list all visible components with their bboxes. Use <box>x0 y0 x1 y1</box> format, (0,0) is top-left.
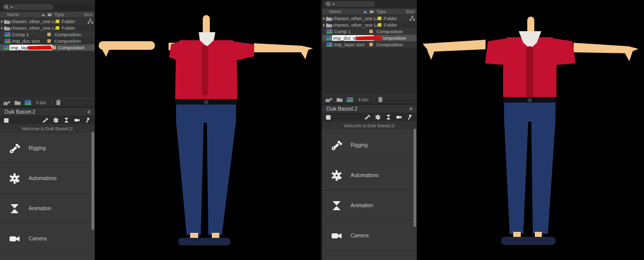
project-row[interactable]: charact..other_one Layers Folder <box>0 18 95 25</box>
automations-icon <box>9 172 21 185</box>
automations-button[interactable]: Automations <box>0 163 95 194</box>
column-name[interactable]: Name <box>0 12 41 17</box>
divider <box>52 101 52 105</box>
animation-button[interactable]: Animation <box>0 194 95 224</box>
column-size[interactable]: Size <box>405 9 417 14</box>
project-row-selected[interactable]: imp_layer size Composition <box>0 44 95 51</box>
project-row[interactable]: charact..other_one Layers Folder <box>0 25 95 31</box>
duik-checkbox[interactable] <box>4 118 9 123</box>
annotation-scribble <box>27 45 51 50</box>
character-shoes <box>178 238 230 245</box>
animation-icon[interactable] <box>385 114 391 120</box>
divider <box>374 98 374 102</box>
sort-ascending-icon[interactable] <box>363 11 367 13</box>
animation-icon[interactable] <box>63 117 69 123</box>
folder-icon <box>326 23 333 28</box>
label-chip[interactable] <box>378 23 381 27</box>
camera-icon[interactable] <box>396 114 402 120</box>
folder-icon <box>4 26 11 31</box>
bit-depth-button[interactable]: 8 bpc <box>35 100 48 106</box>
tools-button[interactable] <box>322 251 417 260</box>
project-row-selected[interactable]: imp_doc size Composition <box>322 35 417 41</box>
composition-icon <box>5 39 12 43</box>
item-type: Folder <box>61 19 85 24</box>
duik-title-bar: Duik Bassel.2 ≡ <box>322 105 417 113</box>
column-type[interactable]: Type <box>376 9 405 14</box>
rigging-button[interactable]: Rigging <box>322 130 417 160</box>
column-type[interactable]: Type <box>54 12 83 17</box>
new-composition-icon[interactable] <box>347 97 353 102</box>
annotation-scribble <box>355 36 381 40</box>
expander-icon[interactable] <box>0 20 4 23</box>
tools-icon[interactable] <box>85 117 91 123</box>
camera-icon[interactable] <box>74 117 80 123</box>
character-shirt <box>169 40 254 99</box>
project-row[interactable]: Comp 1 Composition <box>0 31 95 38</box>
project-row[interactable]: imp_doc size Composition <box>0 38 95 44</box>
expander-icon[interactable] <box>322 17 326 20</box>
project-row[interactable]: charact..other_one Layers Folder <box>322 22 417 28</box>
item-name: charact..other_one Layers <box>333 16 378 21</box>
column-name[interactable]: Name <box>322 9 363 14</box>
duik-toolbar <box>322 113 417 121</box>
project-row[interactable]: charact..other_one Layers Folder <box>322 15 417 22</box>
welcome-text: Welcome to Duik Bassel.2! <box>0 124 95 133</box>
label-column-icon[interactable] <box>369 10 376 14</box>
camera-button[interactable]: Camera <box>322 221 417 251</box>
delete-icon[interactable] <box>56 100 61 106</box>
label-chip[interactable] <box>47 39 51 43</box>
composition-icon <box>327 42 334 47</box>
used-indicator-icon <box>407 16 417 21</box>
camera-icon <box>9 233 21 245</box>
automations-button[interactable]: Automations <box>322 160 417 191</box>
label-chip[interactable] <box>47 33 51 36</box>
rigging-icon[interactable] <box>42 117 48 123</box>
bit-depth-button[interactable]: 8 bpc <box>357 97 370 103</box>
tools-icon[interactable] <box>407 114 413 120</box>
duik-panel: Duik Bassel.2 ≡ Welcome to Duik <box>322 104 417 260</box>
menu-icon[interactable]: ≡ <box>88 109 91 114</box>
new-folder-icon[interactable] <box>14 100 21 105</box>
project-row[interactable]: Comp 1 Composition <box>322 28 417 35</box>
rigging-button[interactable]: Rigging <box>0 133 95 163</box>
duik-checkbox[interactable] <box>326 115 331 120</box>
item-type: Composition <box>54 32 83 37</box>
new-composition-icon[interactable] <box>25 100 31 105</box>
expander-icon[interactable] <box>322 24 326 27</box>
interpret-footage-icon[interactable] <box>325 97 333 103</box>
new-folder-icon[interactable] <box>336 97 343 102</box>
scrollbar-thumb[interactable] <box>92 132 94 230</box>
animation-icon <box>9 203 21 215</box>
project-row[interactable]: imp_layer size Composition <box>322 41 417 48</box>
project-empty-area <box>0 51 95 98</box>
character-figure <box>417 0 644 260</box>
camera-button[interactable]: Camera <box>0 224 95 254</box>
label-chip[interactable] <box>369 30 373 33</box>
composition-viewport[interactable] <box>417 0 644 260</box>
label-chip[interactable] <box>369 43 373 46</box>
scrollbar-thumb[interactable] <box>414 129 416 227</box>
label-column-icon[interactable] <box>47 13 54 17</box>
used-indicator-icon <box>85 19 95 24</box>
item-name: charact..other_one Layers <box>11 19 56 24</box>
animation-button[interactable]: Animation <box>322 191 417 221</box>
interpret-footage-icon[interactable] <box>3 100 11 106</box>
menu-icon[interactable]: ≡ <box>410 106 413 111</box>
label-chip[interactable] <box>378 17 381 20</box>
label-chip[interactable] <box>56 20 59 23</box>
column-size[interactable]: Size <box>83 12 95 17</box>
rigging-icon[interactable] <box>364 114 370 120</box>
expander-icon[interactable] <box>0 27 4 30</box>
search-input[interactable] <box>324 1 375 7</box>
label-chip[interactable] <box>56 26 59 30</box>
project-columns-header[interactable]: Name Type Size <box>322 9 417 15</box>
automations-icon[interactable] <box>53 117 59 123</box>
project-columns-header[interactable]: Name Type Size <box>0 12 95 18</box>
sort-ascending-icon[interactable] <box>41 14 45 16</box>
automations-icon[interactable] <box>375 114 381 120</box>
delete-icon[interactable] <box>378 97 383 103</box>
composition-viewport[interactable] <box>95 0 320 260</box>
tools-button[interactable] <box>0 254 95 260</box>
label-chip[interactable] <box>52 46 56 49</box>
search-input[interactable] <box>2 4 53 10</box>
